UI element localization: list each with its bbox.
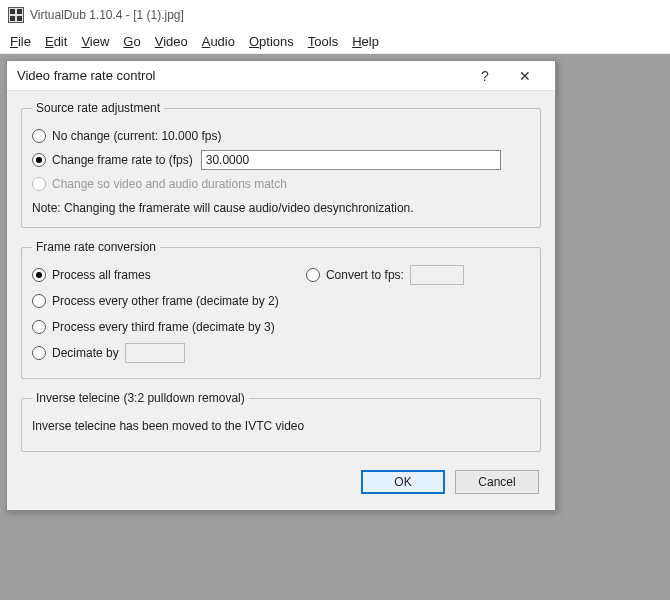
dialog-body: Source rate adjustment No change (curren… bbox=[7, 91, 555, 510]
radio-convert-to-fps[interactable] bbox=[306, 268, 320, 282]
menu-tools[interactable]: Tools bbox=[308, 34, 338, 49]
menu-video[interactable]: Video bbox=[155, 34, 188, 49]
cancel-button[interactable]: Cancel bbox=[455, 470, 539, 494]
ivt-body-text: Inverse telecine has been moved to the I… bbox=[32, 419, 304, 433]
radio-change-frame-rate[interactable] bbox=[32, 153, 46, 167]
dialog-buttons: OK Cancel bbox=[21, 464, 541, 496]
radio-decimate-3[interactable] bbox=[32, 320, 46, 334]
svg-rect-3 bbox=[10, 16, 15, 21]
label-no-change: No change (current: 10.000 fps) bbox=[52, 129, 221, 143]
input-decimate-by[interactable] bbox=[125, 343, 185, 363]
menu-go[interactable]: Go bbox=[123, 34, 140, 49]
menu-options[interactable]: Options bbox=[249, 34, 294, 49]
label-decimate-3: Process every third frame (decimate by 3… bbox=[52, 320, 275, 334]
group-source-rate-adjustment: Source rate adjustment No change (curren… bbox=[21, 101, 541, 228]
app-icon bbox=[8, 7, 24, 23]
radio-process-all-frames[interactable] bbox=[32, 268, 46, 282]
group-ivt-legend: Inverse telecine (3:2 pulldown removal) bbox=[32, 391, 249, 405]
ok-button-label: OK bbox=[394, 475, 411, 489]
svg-rect-4 bbox=[17, 16, 22, 21]
dialog-title-text: Video frame rate control bbox=[17, 68, 156, 83]
input-change-frame-rate[interactable] bbox=[201, 150, 501, 170]
dialog-titlebar: Video frame rate control ? ✕ bbox=[7, 61, 555, 91]
radio-decimate-2[interactable] bbox=[32, 294, 46, 308]
label-process-all-frames: Process all frames bbox=[52, 268, 151, 282]
app-title: VirtualDub 1.10.4 - [1 (1).jpg] bbox=[30, 8, 184, 22]
radio-no-change[interactable] bbox=[32, 129, 46, 143]
menu-help[interactable]: Help bbox=[352, 34, 379, 49]
label-change-frame-rate: Change frame rate to (fps) bbox=[52, 153, 193, 167]
group-inverse-telecine: Inverse telecine (3:2 pulldown removal) … bbox=[21, 391, 541, 452]
group-source-legend: Source rate adjustment bbox=[32, 101, 164, 115]
svg-rect-1 bbox=[10, 9, 15, 14]
workspace: Video frame rate control ? ✕ Source rate… bbox=[0, 54, 670, 600]
ok-button[interactable]: OK bbox=[361, 470, 445, 494]
cancel-button-label: Cancel bbox=[478, 475, 515, 489]
menu-audio[interactable]: Audio bbox=[202, 34, 235, 49]
titlebar: VirtualDub 1.10.4 - [1 (1).jpg] bbox=[0, 0, 670, 30]
dialog-video-frame-rate-control: Video frame rate control ? ✕ Source rate… bbox=[6, 60, 556, 511]
group-frame-rate-conversion: Frame rate conversion Process all frames… bbox=[21, 240, 541, 379]
radio-match-durations bbox=[32, 177, 46, 191]
svg-rect-2 bbox=[17, 9, 22, 14]
menubar: File Edit View Go Video Audio Options To… bbox=[0, 30, 670, 54]
label-decimate-2: Process every other frame (decimate by 2… bbox=[52, 294, 279, 308]
group-frc-legend: Frame rate conversion bbox=[32, 240, 160, 254]
note-desync: Note: Changing the framerate will cause … bbox=[32, 201, 530, 215]
close-button[interactable]: ✕ bbox=[505, 68, 545, 84]
label-decimate-by: Decimate by bbox=[52, 346, 119, 360]
menu-file[interactable]: File bbox=[10, 34, 31, 49]
label-match-durations: Change so video and audio durations matc… bbox=[52, 177, 287, 191]
radio-decimate-by[interactable] bbox=[32, 346, 46, 360]
menu-view[interactable]: View bbox=[81, 34, 109, 49]
label-convert-to-fps: Convert to fps: bbox=[326, 268, 404, 282]
menu-edit[interactable]: Edit bbox=[45, 34, 67, 49]
input-convert-to-fps[interactable] bbox=[410, 265, 464, 285]
help-button[interactable]: ? bbox=[465, 68, 505, 84]
